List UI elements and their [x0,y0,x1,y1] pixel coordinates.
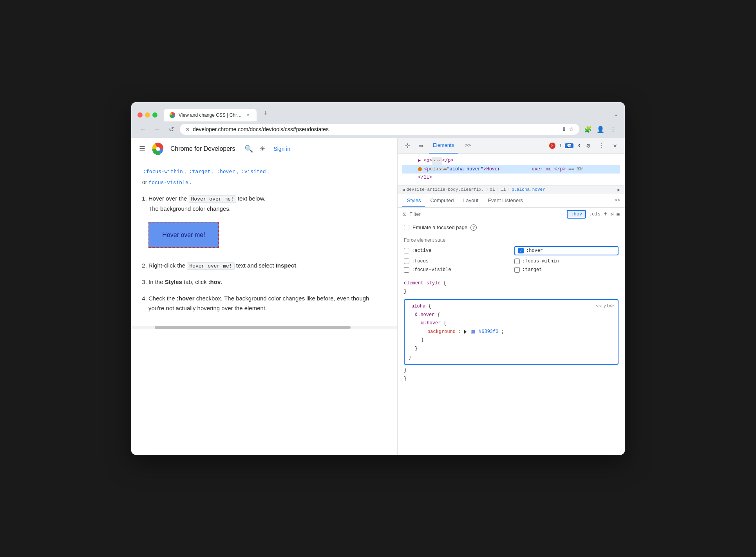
focus-within-checkbox[interactable] [514,259,520,264]
tab-more-button[interactable]: ⌄ [613,110,619,121]
chrome-logo [152,143,164,155]
styles-bold: Styles [165,278,182,285]
maximize-button[interactable] [152,112,157,118]
download-icon[interactable]: ⬇ [562,126,566,132]
device-icon[interactable]: ▭ [416,141,426,151]
orange-dot [418,167,422,171]
bc-item-2[interactable]: ol [490,187,495,192]
step-1: Hover over the Hover over me! text below… [148,194,386,254]
copy-styles-icon[interactable]: ⎘ [611,211,614,217]
sign-in-button[interactable]: Sign in [273,146,290,152]
bookmark-icon[interactable]: ☆ [569,126,574,132]
back-button[interactable]: ← [137,124,148,135]
emulate-row: Emulate a focused page ? [404,224,619,231]
extensions-icon[interactable]: 🧩 [582,124,593,135]
tab-computed[interactable]: Computed [425,194,458,207]
step-2: Right-click the Hover over me! text and … [148,260,386,271]
tab-event-listeners[interactable]: Event Listeners [483,194,528,207]
aloha-rule: <style> .aloha { &.hover { &:hover { bac… [404,299,619,365]
url-text: developer.chrome.com/docs/devtools/css#p… [193,126,559,132]
warning-badge: 💬 [565,143,573,148]
add-rule-button[interactable]: + [604,211,608,218]
browser-tab[interactable]: View and change CSS | Chr… × [164,109,257,121]
breadcrumb-forward[interactable]: ▶ [617,187,620,192]
search-icon[interactable]: 🔍 [244,145,253,153]
forward-button[interactable]: → [152,124,163,135]
dom-line-selected[interactable]: <p class= "aloha hover" >Hover over me!<… [402,165,620,174]
more-options-icon[interactable]: ⋮ [597,141,607,151]
horizontal-scrollbar[interactable] [131,326,397,329]
tab-styles[interactable]: Styles [402,194,425,207]
tab-layout[interactable]: Layout [458,194,483,207]
bc-item-3[interactable]: li [501,187,506,192]
hov-button[interactable]: :hov [567,210,586,219]
state-grid: :active :hover :focus :focus-within [404,246,619,273]
close-button[interactable] [137,112,143,118]
hover-checkbox-bold: :hover [177,295,195,302]
tab-title: View and change CSS | Chr… [179,112,242,118]
target-label: :target [522,267,542,273]
settings-icon[interactable]: ⚙ [583,141,593,151]
breadcrumb-back[interactable]: ◀ [402,187,405,192]
focus-within-link[interactable]: :focus-within [143,168,183,174]
state-hover: :hover [514,246,619,255]
css-source: <style> [596,302,614,310]
tab-elements[interactable]: Elements [429,138,458,154]
reload-button[interactable]: ↺ [166,124,177,135]
target-link[interactable]: :target [189,168,211,174]
emulate-focused-checkbox[interactable] [404,225,409,230]
tab-more[interactable]: >> [461,138,475,154]
menu-icon-btn[interactable]: ⋮ [608,124,619,135]
step1-code: Hover over me! [189,195,236,203]
inspector-icon[interactable]: ⊹ [402,141,412,151]
svg-point-4 [156,147,160,151]
css-rules: element.style { } <style> .aloha { &.hov… [398,276,625,387]
active-checkbox[interactable] [404,248,409,253]
focus-visible-link[interactable]: focus-visible [148,180,188,186]
address-bar: ← → ↺ ⊙ developer.chrome.com/docs/devtoo… [131,121,625,138]
layout-icon[interactable]: ▣ [617,211,620,217]
top-links: :focus-within, :target, :hover, :visited… [142,166,386,176]
inspect-bold: Inspect [276,262,297,269]
hover-checkbox[interactable] [518,248,524,253]
bc-item-active[interactable]: p.aloha.hover [512,187,545,192]
minimize-button[interactable] [145,112,150,118]
step2-code: Hover over me! [187,262,234,270]
devtools-close-button[interactable]: ✕ [610,141,620,151]
cls-button[interactable]: .cls [589,212,600,217]
focus-visible-label: :focus-visible [412,267,451,273]
dom-line-1[interactable]: ▶ <p> ··· </p> [402,157,620,165]
page-content: ☰ Chrome for Developers 🔍 ☀ Sign in [131,138,398,455]
theme-icon[interactable]: ☀ [259,145,266,153]
address-right-icons: 🧩 👤 ⋮ [582,124,619,135]
focus-checkbox[interactable] [404,259,409,264]
tab-close-button[interactable]: × [245,112,251,118]
background-prop[interactable]: background : #6393f0 ; [421,328,614,336]
color-swatch[interactable] [471,330,475,334]
url-bar[interactable]: ⊙ developer.chrome.com/docs/devtools/css… [180,124,579,135]
bc-item-1[interactable]: devsite-article-body.clearfix. [407,187,484,192]
visited-link[interactable]: :visited [241,168,266,174]
new-tab-button[interactable]: + [260,106,272,121]
dom-line-3[interactable]: </li> [402,174,620,182]
breadcrumb: ◀ devsite-article-body.clearfix. › ol › … [398,186,625,194]
hover-link[interactable]: :hover [217,168,235,174]
step-4: Check the :hover checkbox. The backgroun… [148,293,386,313]
site-name: Chrome for Developers [170,145,235,152]
info-icon[interactable]: ? [470,224,477,231]
state-focus-visible: :focus-visible [404,267,508,273]
article-body: :focus-within, :target, :hover, :visited… [131,160,397,326]
aloha-selector[interactable]: .aloha { [409,302,614,311]
styles-more-tabs[interactable]: >> [615,198,620,203]
emulate-section: Emulate a focused page ? [398,221,625,234]
scrollbar-thumb[interactable] [155,326,351,329]
profile-icon[interactable]: 👤 [595,124,606,135]
target-checkbox[interactable] [514,267,520,273]
hamburger-icon[interactable]: ☰ [139,145,145,153]
focus-visible-checkbox[interactable] [404,267,409,273]
hover-demo-button[interactable]: Hover over me! [148,222,219,248]
triangle-icon[interactable] [464,329,468,335]
security-icon: ⊙ [185,127,190,132]
dom-tree: ▶ <p> ··· </p> <p class= "aloha hover" >… [398,154,625,186]
filter-input[interactable] [409,211,564,217]
